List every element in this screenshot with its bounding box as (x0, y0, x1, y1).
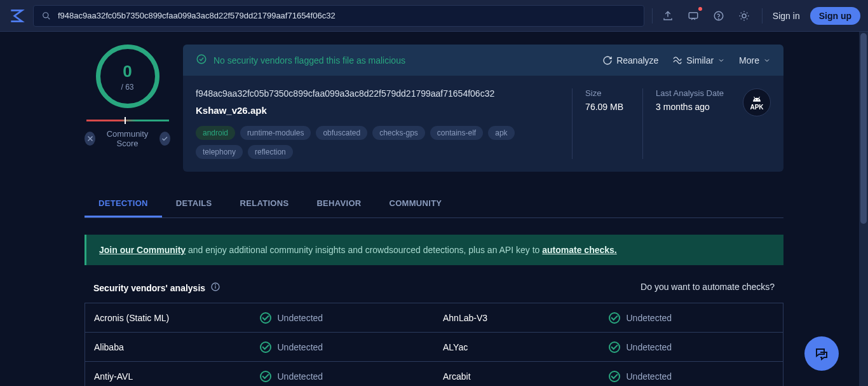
search-bar[interactable] (33, 5, 644, 27)
vendors-table: Acronis (Static ML)UndetectedAhnLab-V3Un… (85, 303, 783, 386)
similar-button[interactable]: Similar (672, 55, 725, 65)
table-row: Acronis (Static ML)UndetectedAhnLab-V3Un… (85, 303, 783, 333)
svg-point-3 (718, 18, 719, 19)
file-name: Kshaw_v26.apk (196, 105, 553, 116)
table-row: Antiy-AVLUndetectedArcabitUndetected (85, 362, 783, 386)
tag[interactable]: runtime-modules (240, 126, 311, 140)
size-label: Size (585, 88, 623, 98)
status-banner: No security vendors flagged this file as… (183, 45, 783, 76)
file-detail-card: f948ac9aa32fc05b7350c899cfaa099a3ac8d22f… (183, 76, 783, 172)
vendor-result: Undetected (609, 371, 775, 382)
svg-point-0 (43, 12, 48, 17)
community-promo: Join our Community and enjoy additional … (85, 235, 783, 265)
vendor-name: ALYac (443, 342, 609, 352)
table-row: AlibabaUndetectedALYacUndetected (85, 333, 783, 362)
score-column: 0 / 63 Community Score (85, 45, 170, 172)
svg-point-7 (758, 99, 759, 100)
vendor-result: Undetected (609, 312, 775, 324)
tag[interactable]: checks-gps (372, 126, 425, 140)
sign-up-button[interactable]: Sign up (810, 7, 860, 25)
vendor-name: Acronis (Static ML) (94, 313, 260, 323)
tag[interactable]: contains-elf (430, 126, 483, 140)
check-circle-icon (196, 53, 207, 67)
vendor-result: Undetected (260, 371, 426, 382)
scrollbar-thumb[interactable] (860, 33, 867, 224)
tab-community[interactable]: COMMUNITY (375, 191, 456, 217)
tab-relations[interactable]: RELATIONS (226, 191, 303, 217)
svg-rect-1 (689, 12, 698, 18)
tag[interactable]: apk (488, 126, 514, 140)
tag[interactable]: reflection (248, 145, 293, 159)
automate-checks-link[interactable]: automate checks. (542, 245, 617, 255)
svg-point-4 (742, 14, 746, 18)
header-actions: Sign in Sign up (660, 7, 860, 25)
tag-list: androidruntime-modulesobfuscatedchecks-g… (196, 126, 553, 159)
date-value: 3 months ago (656, 102, 724, 112)
undetected-icon (260, 312, 271, 324)
size-value: 76.09 MB (585, 102, 623, 112)
undetected-icon (609, 371, 620, 382)
search-input[interactable] (58, 11, 636, 20)
vendor-result: Undetected (609, 341, 775, 353)
info-icon[interactable] (210, 282, 220, 294)
reanalyze-button[interactable]: Reanalyze (602, 55, 658, 65)
help-icon[interactable] (711, 8, 726, 24)
total-engines: / 63 (121, 83, 133, 92)
tag[interactable]: telephony (196, 145, 243, 159)
divider (762, 8, 763, 24)
tab-bar: DETECTIONDETAILSRELATIONSBEHAVIORCOMMUNI… (85, 191, 783, 218)
community-score: Community Score (85, 129, 170, 148)
upload-icon[interactable] (660, 8, 675, 24)
community-score-label: Community Score (102, 129, 153, 148)
tab-behavior[interactable]: BEHAVIOR (302, 191, 375, 217)
sign-in-link[interactable]: Sign in (773, 11, 800, 21)
search-icon (41, 11, 51, 21)
chat-icon[interactable] (686, 8, 701, 24)
file-hash: f948ac9aa32fc05b7350c899cfaa099a3ac8d22f… (196, 88, 553, 99)
vendor-name: Arcabit (443, 371, 609, 382)
file-type-icon: APK (743, 88, 771, 116)
close-icon[interactable] (85, 132, 95, 146)
vendor-result: Undetected (260, 312, 426, 324)
detection-count: 0 (123, 62, 132, 81)
undetected-icon (609, 341, 620, 353)
vendor-name: AhnLab-V3 (443, 313, 609, 323)
app-logo[interactable] (8, 7, 25, 25)
svg-point-6 (755, 99, 756, 100)
undetected-icon (260, 341, 271, 353)
automate-prompt[interactable]: Do you want to automate checks? (641, 282, 775, 294)
undetected-icon (609, 312, 620, 324)
chevron-down-icon (717, 57, 725, 64)
feedback-fab[interactable] (804, 336, 839, 371)
detection-score-ring: 0 / 63 (96, 45, 159, 108)
tag[interactable]: obfuscated (316, 126, 367, 140)
chevron-down-icon (763, 57, 771, 64)
vendor-result: Undetected (260, 341, 426, 353)
tab-details[interactable]: DETAILS (162, 191, 226, 217)
check-icon[interactable] (159, 132, 170, 146)
promo-text: and enjoy additional community insights … (186, 245, 542, 255)
vendor-name: Alibaba (94, 342, 260, 352)
tag[interactable]: android (196, 126, 235, 140)
top-header: Sign in Sign up (0, 0, 868, 32)
divider (652, 8, 653, 24)
join-community-link[interactable]: Join our Community (99, 245, 186, 255)
vendor-name: Antiy-AVL (94, 371, 260, 382)
score-gradient (86, 120, 169, 121)
theme-icon[interactable] (736, 8, 752, 24)
tab-detection[interactable]: DETECTION (85, 191, 162, 217)
date-label: Last Analysis Date (656, 88, 724, 98)
svg-point-9 (215, 284, 216, 285)
svg-point-5 (197, 55, 206, 64)
section-title: Security vendors' analysis (93, 283, 205, 293)
banner-message: No security vendors flagged this file as… (214, 55, 405, 65)
undetected-icon (260, 371, 271, 382)
more-button[interactable]: More (739, 55, 771, 65)
